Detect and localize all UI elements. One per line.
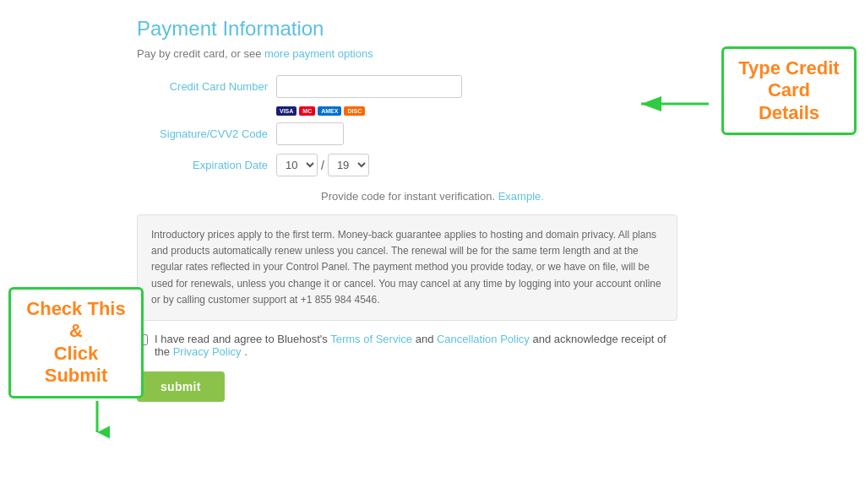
expiry-label: Expiration Date (137, 159, 268, 171)
expiry-month-select[interactable]: 10 1234 5678 91112 (276, 154, 318, 176)
verification-example-link[interactable]: Example. (498, 190, 544, 203)
arrow-to-cc-input (633, 91, 717, 119)
submit-button[interactable]: submit (137, 371, 225, 402)
cvv-row: Signature/CVV2 Code (137, 122, 728, 145)
more-payment-options-link[interactable]: more payment options (264, 47, 373, 60)
privacy-policy-link[interactable]: Privacy Policy (173, 345, 242, 358)
visa-icon: VISA (276, 106, 296, 116)
expiry-year-select[interactable]: 19 20212223 2425 (328, 154, 369, 176)
amex-icon: AMEX (318, 106, 341, 116)
cvv-input[interactable] (276, 122, 344, 145)
cancellation-policy-link[interactable]: Cancellation Policy (437, 333, 530, 345)
payment-form: Credit Card Number VISA MC AMEX DISC Sig… (137, 75, 728, 176)
cvv-label: Signature/CVV2 Code (137, 127, 268, 140)
discover-icon: DISC (344, 106, 365, 116)
agree-row: I have read and agree to Bluehost's Term… (137, 333, 677, 358)
cc-number-input[interactable] (276, 75, 462, 98)
annotation-type-cc: Type CreditCard Details (721, 46, 857, 135)
agree-text: I have read and agree to Bluehost's Term… (155, 333, 677, 358)
expiry-separator: / (321, 159, 324, 172)
page-title: Payment Information (137, 17, 728, 41)
mastercard-icon: MC (299, 106, 315, 116)
cc-number-label: Credit Card Number (137, 80, 268, 93)
info-box: Introductory prices apply to the first t… (137, 214, 677, 321)
annotation-check-submit: Check This &Click Submit (8, 287, 144, 398)
arrow-to-checkbox (84, 397, 110, 442)
verification-text: Provide code for instant verification. E… (137, 190, 728, 203)
expiry-selects: 10 1234 5678 91112 / 19 20212223 2425 (276, 154, 369, 176)
tos-link[interactable]: Terms of Service (330, 333, 412, 345)
expiry-row: Expiration Date 10 1234 5678 91112 / 19 … (137, 154, 728, 176)
payment-subtitle: Pay by credit card, or see more payment … (137, 47, 728, 60)
